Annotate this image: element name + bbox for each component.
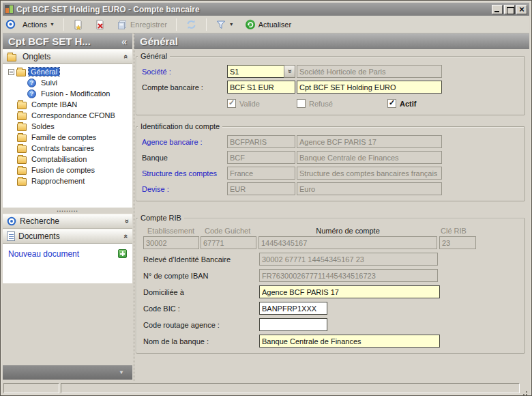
add-document-icon[interactable] [118,249,127,258]
status-cell-main [61,383,520,393]
compte-name-input[interactable] [297,81,442,94]
filter-icon [216,19,226,30]
actions-button[interactable]: Actions ▼ [18,18,59,31]
tree-item-suivi[interactable]: Suivi [7,77,132,88]
sidebar-header: Cpt BCF SET H... [3,33,132,49]
tree-item-fusion-de-comptes[interactable]: Fusion de comptes [7,165,132,175]
minimize-button[interactable] [492,5,503,14]
agence-bancaire-label[interactable]: Agence bancaire : [142,138,227,146]
sidebar-splitter-handle[interactable] [3,208,132,214]
chevron-down-icon[interactable] [122,219,130,223]
collapse-sidebar-icon[interactable] [121,36,127,47]
toolbar: Actions ▼ Enregistrer [3,16,529,33]
releve-field [259,253,438,266]
folder-icon [17,102,27,109]
section-onglets-label: Onglets [23,52,50,61]
help-icon [27,89,36,98]
chevron-up-icon[interactable] [122,234,130,238]
chevron-up-icon[interactable] [122,55,130,59]
groupbox-rib: Compte RIB Etablissement Code Guichet Nu… [136,218,525,354]
tree-item-soldes[interactable]: Soldes [7,121,132,132]
onglets-tree: Général Suivi Fusion - Modification Comp… [3,64,132,208]
folder-icon [17,113,27,120]
section-recherche[interactable]: Recherche [3,214,132,229]
save-button[interactable]: Enregistrer [113,17,171,32]
window-title: Cpt BCF SET Holding EURO - Compte bancai… [16,5,200,14]
delete-icon [95,19,106,30]
page-title-bar: Général [134,33,529,49]
iban-label: N° de compte IBAN [142,272,259,280]
code-routage-input[interactable] [259,318,327,331]
refresh-button[interactable]: Actualiser [241,17,295,32]
tree-item-comptabilisation[interactable]: Comptabilisation [7,154,132,165]
releve-label: Relevé d'Identité Bancaire [142,255,259,264]
sidebar-bottom-bar[interactable]: ▼ [3,365,132,380]
tree-item-fusion-modification[interactable]: Fusion - Modification [7,88,132,99]
target-icon [7,216,16,226]
resize-grip[interactable] [521,383,528,393]
sidebar-title: Cpt BCF SET H... [8,36,91,47]
devise-label[interactable]: Devise : [142,185,227,193]
societe-label[interactable]: Société : [142,68,227,76]
agence-name-field [297,135,442,148]
nom-banque-input[interactable] [259,335,440,348]
new-document-button[interactable] [69,17,88,32]
rib-fields-row [142,236,519,249]
save-icon [117,19,128,30]
etablissement-header: Etablissement [143,227,199,235]
compte-code-input[interactable] [227,81,295,94]
societe-code-input[interactable] [227,65,284,78]
cle-rib-header: Clé RIB [439,227,476,235]
save-label: Enregistrer [130,20,167,29]
valide-checkbox [227,99,236,108]
agence-code-field [227,135,295,148]
new-document-link[interactable]: Nouveau document [8,249,79,259]
cle-rib-field [439,236,476,249]
devise-code-field [227,182,295,195]
toolbar-separator [176,18,177,31]
section-onglets[interactable]: Onglets [3,49,132,64]
maximize-button[interactable] [504,5,515,14]
actions-label: Actions [23,20,47,29]
tree-item-famille-de-comptes[interactable]: Famille de comptes [7,132,132,143]
actif-label[interactable]: Actif [400,100,416,108]
tree-item-rapprochement[interactable]: Rapprochement [7,175,132,186]
toolbar-separator [63,18,64,31]
tree-item-contrats-bancaires[interactable]: Contrats bancaires [7,143,132,154]
structure-comptes-label[interactable]: Structure des comptes [142,169,227,178]
code-bic-input[interactable] [259,302,327,315]
chevron-down-icon [286,70,293,74]
section-documents[interactable]: Documents [3,229,132,244]
societe-name-field [297,65,442,78]
folder-icon [7,54,16,61]
close-button[interactable] [516,5,527,14]
societe-dropdown-button[interactable] [284,65,295,78]
structure-name-field [297,167,442,180]
groupbox-identification-legend: Identification du compte [138,122,222,130]
actif-checkbox[interactable] [387,99,396,108]
domicilie-input[interactable] [259,285,440,298]
chevron-down-icon: ▼ [50,22,55,27]
folder-icon [16,69,26,76]
page-title: Général [140,36,178,47]
tree-item-compte-iban[interactable]: Compte IBAN [7,99,132,110]
societe-combo[interactable] [227,65,295,78]
collapse-node-icon[interactable] [8,69,14,75]
tree-item-general[interactable]: Général [7,66,132,77]
banque-name-field [297,151,442,164]
code-bic-label: Code BIC : [142,305,259,313]
filter-button[interactable]: ▼ [211,17,238,32]
sync-button[interactable] [181,17,201,32]
iban-field [259,269,438,282]
groupbox-general-legend: Général [138,52,170,60]
refresh-label: Actualiser [258,20,291,29]
refuse-checkbox [297,99,306,108]
status-bar [3,382,529,394]
titlebar: Cpt BCF SET Holding EURO - Compte bancai… [3,3,529,16]
code-routage-label: Code routage agence : [142,321,259,329]
compte-bancaire-label: Compte bancaire : [142,83,227,91]
tree-item-correspondance-cfonb[interactable]: Correspondance CFONB [7,110,132,121]
document-icon [7,231,15,241]
etablissement-field [143,236,199,249]
delete-button[interactable] [91,17,110,32]
